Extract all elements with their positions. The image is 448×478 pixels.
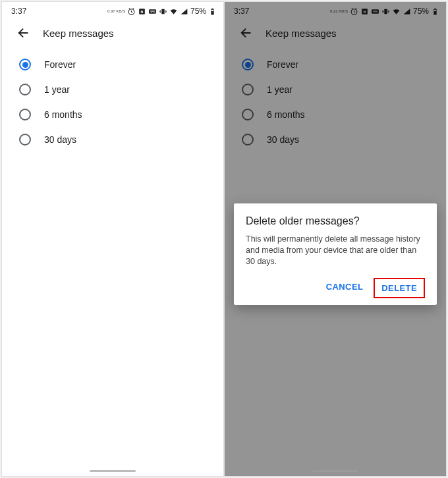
app-bar: Keep messages	[2, 19, 223, 49]
option-forever[interactable]: Forever	[2, 52, 223, 77]
delete-button[interactable]: DELETE	[374, 278, 425, 298]
svg-rect-8	[211, 9, 213, 11]
net-speed: 0.37 KB/S	[107, 9, 125, 13]
dialog-body: This will permanently delete all message…	[246, 234, 425, 267]
nfc-icon: N	[138, 7, 146, 16]
radio-icon	[19, 59, 31, 70]
vpn-icon: VPN	[148, 7, 157, 16]
nav-pill[interactable]	[312, 470, 358, 472]
option-label: Forever	[44, 59, 76, 70]
svg-text:VPN: VPN	[150, 11, 155, 13]
svg-text:N: N	[141, 9, 144, 13]
vibrate-icon	[159, 7, 167, 16]
wifi-icon	[169, 7, 178, 16]
back-icon[interactable]	[16, 26, 31, 40]
option-6-months[interactable]: 6 months	[2, 102, 223, 127]
delete-dialog: Delete older messages? This will permane…	[234, 203, 437, 305]
battery-icon	[208, 7, 217, 16]
alarm-icon	[127, 7, 136, 16]
dialog-title: Delete older messages?	[246, 215, 425, 227]
radio-icon	[19, 84, 31, 95]
nav-pill[interactable]	[90, 470, 136, 472]
option-30-days[interactable]: 30 days	[2, 127, 223, 152]
battery-pct: 75%	[190, 7, 206, 16]
option-label: 6 months	[44, 109, 82, 120]
radio-icon	[19, 134, 31, 146]
cancel-button[interactable]: CANCEL	[320, 278, 370, 298]
options-list: Forever 1 year 6 months 30 days	[2, 49, 223, 155]
svg-rect-7	[211, 8, 213, 9]
status-time: 3:37	[11, 7, 26, 16]
svg-rect-5	[161, 9, 164, 14]
signal-icon	[180, 7, 188, 16]
radio-icon	[19, 109, 31, 120]
phone-left: 3:37 0.37 KB/S N VPN 75% Keep messages F…	[1, 1, 224, 477]
status-bar: 3:37 0.37 KB/S N VPN 75%	[2, 2, 223, 19]
option-1-year[interactable]: 1 year	[2, 77, 223, 102]
page-title: Keep messages	[43, 28, 114, 39]
option-label: 1 year	[44, 84, 70, 95]
option-label: 30 days	[44, 134, 76, 145]
phone-right: 3:37 0.21 KB/S N VPN 75% Keep messages F…	[224, 1, 447, 477]
